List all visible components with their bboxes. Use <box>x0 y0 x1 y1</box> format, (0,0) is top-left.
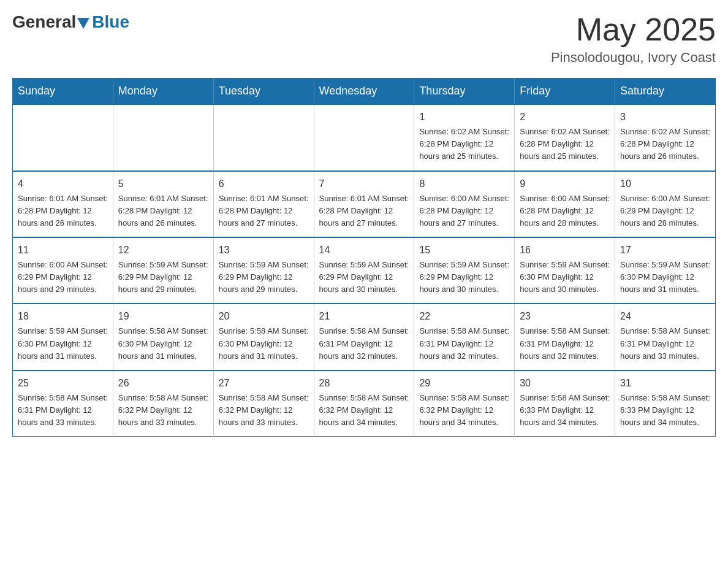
day-info: Sunrise: 5:59 AM Sunset: 6:29 PM Dayligh… <box>419 259 509 296</box>
day-number: 27 <box>219 376 309 391</box>
page-header: General Blue May 2025 Pinsolodougou, Ivo… <box>12 12 716 66</box>
calendar-day-cell: 16Sunrise: 5:59 AM Sunset: 6:30 PM Dayli… <box>515 237 615 304</box>
day-info: Sunrise: 6:01 AM Sunset: 6:28 PM Dayligh… <box>219 193 309 229</box>
calendar-day-cell: 9Sunrise: 6:00 AM Sunset: 6:28 PM Daylig… <box>515 171 615 237</box>
day-number: 5 <box>118 177 208 191</box>
calendar-day-cell: 2Sunrise: 6:02 AM Sunset: 6:28 PM Daylig… <box>515 104 615 170</box>
day-info: Sunrise: 5:58 AM Sunset: 6:30 PM Dayligh… <box>118 325 208 362</box>
day-info: Sunrise: 5:58 AM Sunset: 6:31 PM Dayligh… <box>520 325 610 362</box>
calendar-day-cell: 21Sunrise: 5:58 AM Sunset: 6:31 PM Dayli… <box>314 304 414 370</box>
logo-arrow-icon <box>77 18 89 29</box>
calendar-day-cell: 15Sunrise: 5:59 AM Sunset: 6:29 PM Dayli… <box>414 237 515 304</box>
day-number: 16 <box>520 243 610 258</box>
day-info: Sunrise: 5:59 AM Sunset: 6:29 PM Dayligh… <box>319 259 409 296</box>
day-info: Sunrise: 5:58 AM Sunset: 6:32 PM Dayligh… <box>319 392 409 429</box>
day-number: 22 <box>419 309 509 324</box>
day-info: Sunrise: 5:58 AM Sunset: 6:31 PM Dayligh… <box>319 325 409 362</box>
calendar-week-row: 11Sunrise: 6:00 AM Sunset: 6:29 PM Dayli… <box>13 237 716 304</box>
day-number: 14 <box>319 243 409 258</box>
day-info: Sunrise: 6:00 AM Sunset: 6:28 PM Dayligh… <box>520 193 610 229</box>
calendar-day-cell: 26Sunrise: 5:58 AM Sunset: 6:32 PM Dayli… <box>113 370 213 437</box>
day-info: Sunrise: 5:58 AM Sunset: 6:32 PM Dayligh… <box>118 392 208 429</box>
day-info: Sunrise: 5:58 AM Sunset: 6:31 PM Dayligh… <box>620 325 710 362</box>
calendar-week-row: 25Sunrise: 5:58 AM Sunset: 6:31 PM Dayli… <box>13 370 716 437</box>
day-info: Sunrise: 5:59 AM Sunset: 6:30 PM Dayligh… <box>620 259 710 296</box>
day-number: 3 <box>620 110 710 124</box>
day-info: Sunrise: 5:58 AM Sunset: 6:31 PM Dayligh… <box>18 392 108 429</box>
calendar-day-cell: 29Sunrise: 5:58 AM Sunset: 6:32 PM Dayli… <box>414 370 515 437</box>
calendar-day-cell: 28Sunrise: 5:58 AM Sunset: 6:32 PM Dayli… <box>314 370 414 437</box>
calendar-day-cell <box>113 104 213 170</box>
calendar-day-cell: 4Sunrise: 6:01 AM Sunset: 6:28 PM Daylig… <box>13 171 113 237</box>
day-number: 7 <box>319 177 409 191</box>
calendar-header: Sunday Monday Tuesday Wednesday Thursday… <box>13 79 716 105</box>
calendar-day-cell: 3Sunrise: 6:02 AM Sunset: 6:28 PM Daylig… <box>615 104 716 170</box>
calendar-day-cell: 25Sunrise: 5:58 AM Sunset: 6:31 PM Dayli… <box>13 370 113 437</box>
day-info: Sunrise: 5:59 AM Sunset: 6:29 PM Dayligh… <box>118 259 208 296</box>
day-number: 29 <box>419 376 509 391</box>
day-number: 10 <box>620 177 710 191</box>
calendar-day-cell: 24Sunrise: 5:58 AM Sunset: 6:31 PM Dayli… <box>615 304 716 370</box>
day-info: Sunrise: 6:00 AM Sunset: 6:29 PM Dayligh… <box>620 193 710 229</box>
day-number: 8 <box>419 177 509 191</box>
calendar-day-cell: 19Sunrise: 5:58 AM Sunset: 6:30 PM Dayli… <box>113 304 213 370</box>
day-info: Sunrise: 5:58 AM Sunset: 6:32 PM Dayligh… <box>219 392 309 429</box>
day-number: 11 <box>18 243 108 258</box>
calendar-day-cell: 23Sunrise: 5:58 AM Sunset: 6:31 PM Dayli… <box>515 304 615 370</box>
calendar-day-cell: 1Sunrise: 6:02 AM Sunset: 6:28 PM Daylig… <box>414 104 515 170</box>
header-row: Sunday Monday Tuesday Wednesday Thursday… <box>13 79 716 105</box>
calendar-day-cell: 30Sunrise: 5:58 AM Sunset: 6:33 PM Dayli… <box>515 370 615 437</box>
calendar-day-cell: 8Sunrise: 6:00 AM Sunset: 6:28 PM Daylig… <box>414 171 515 237</box>
day-number: 4 <box>18 177 108 191</box>
day-number: 26 <box>118 376 208 391</box>
day-number: 21 <box>319 309 409 324</box>
calendar-day-cell: 31Sunrise: 5:58 AM Sunset: 6:33 PM Dayli… <box>615 370 716 437</box>
month-title: May 2025 <box>551 12 716 47</box>
day-info: Sunrise: 5:59 AM Sunset: 6:29 PM Dayligh… <box>219 259 309 296</box>
day-number: 30 <box>520 376 610 391</box>
day-number: 28 <box>319 376 409 391</box>
day-info: Sunrise: 5:59 AM Sunset: 6:30 PM Dayligh… <box>18 325 108 362</box>
day-info: Sunrise: 6:00 AM Sunset: 6:29 PM Dayligh… <box>18 259 108 296</box>
calendar-day-cell: 10Sunrise: 6:00 AM Sunset: 6:29 PM Dayli… <box>615 171 716 237</box>
calendar-day-cell: 12Sunrise: 5:59 AM Sunset: 6:29 PM Dayli… <box>113 237 213 304</box>
calendar-day-cell: 27Sunrise: 5:58 AM Sunset: 6:32 PM Dayli… <box>213 370 314 437</box>
day-info: Sunrise: 6:02 AM Sunset: 6:28 PM Dayligh… <box>620 126 710 163</box>
calendar-week-row: 18Sunrise: 5:59 AM Sunset: 6:30 PM Dayli… <box>13 304 716 370</box>
calendar-day-cell: 7Sunrise: 6:01 AM Sunset: 6:28 PM Daylig… <box>314 171 414 237</box>
day-number: 13 <box>219 243 309 258</box>
calendar-day-cell: 18Sunrise: 5:59 AM Sunset: 6:30 PM Dayli… <box>13 304 113 370</box>
calendar-day-cell: 13Sunrise: 5:59 AM Sunset: 6:29 PM Dayli… <box>213 237 314 304</box>
day-number: 20 <box>219 309 309 324</box>
day-number: 9 <box>520 177 610 191</box>
day-info: Sunrise: 5:58 AM Sunset: 6:33 PM Dayligh… <box>520 392 610 429</box>
header-saturday: Saturday <box>615 79 716 105</box>
calendar-day-cell <box>13 104 113 170</box>
header-thursday: Thursday <box>414 79 515 105</box>
day-info: Sunrise: 5:58 AM Sunset: 6:32 PM Dayligh… <box>419 392 509 429</box>
logo-general-text: General <box>12 12 76 32</box>
day-number: 25 <box>18 376 108 391</box>
day-info: Sunrise: 6:01 AM Sunset: 6:28 PM Dayligh… <box>18 193 108 229</box>
day-info: Sunrise: 6:01 AM Sunset: 6:28 PM Dayligh… <box>118 193 208 229</box>
calendar-day-cell: 17Sunrise: 5:59 AM Sunset: 6:30 PM Dayli… <box>615 237 716 304</box>
day-number: 6 <box>219 177 309 191</box>
logo-blue-text: Blue <box>92 12 129 32</box>
header-sunday: Sunday <box>13 79 113 105</box>
calendar-week-row: 1Sunrise: 6:02 AM Sunset: 6:28 PM Daylig… <box>13 104 716 170</box>
header-tuesday: Tuesday <box>213 79 314 105</box>
day-number: 23 <box>520 309 610 324</box>
day-number: 31 <box>620 376 710 391</box>
day-info: Sunrise: 5:58 AM Sunset: 6:30 PM Dayligh… <box>219 325 309 362</box>
calendar-day-cell <box>314 104 414 170</box>
header-friday: Friday <box>515 79 615 105</box>
calendar-day-cell <box>213 104 314 170</box>
day-number: 2 <box>520 110 610 124</box>
day-number: 24 <box>620 309 710 324</box>
header-monday: Monday <box>113 79 213 105</box>
day-number: 19 <box>118 309 208 324</box>
logo: General Blue <box>12 12 129 32</box>
calendar-day-cell: 20Sunrise: 5:58 AM Sunset: 6:30 PM Dayli… <box>213 304 314 370</box>
day-number: 17 <box>620 243 710 258</box>
title-section: May 2025 Pinsolodougou, Ivory Coast <box>551 12 716 66</box>
